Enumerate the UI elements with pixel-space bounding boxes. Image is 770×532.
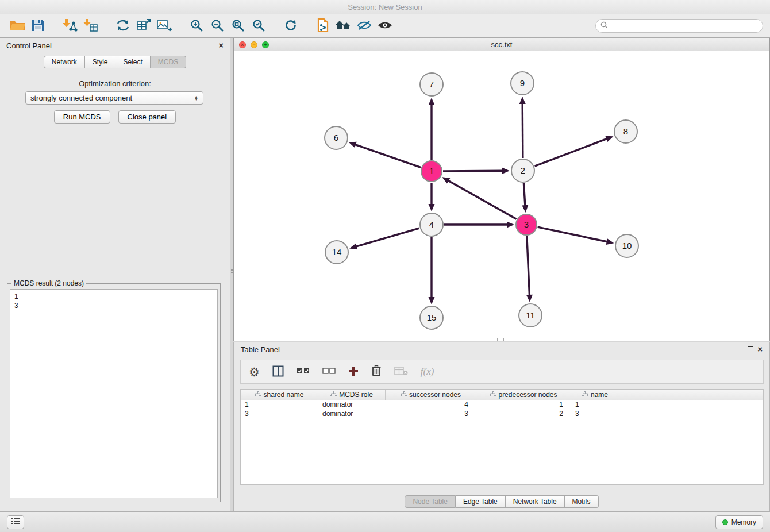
node-label-3: 3: [524, 219, 529, 229]
criterion-select[interactable]: strongly connected component ▲▼: [25, 91, 203, 105]
control-panel: Control Panel × NetworkStyleSelectMCDS O…: [0, 38, 230, 511]
close-panel-button[interactable]: Close panel: [118, 110, 176, 124]
open-folder-icon: [9, 19, 25, 33]
function-builder-button: f(x): [421, 363, 434, 380]
table-cell[interactable]: 3: [571, 410, 619, 419]
column-header-shared-name[interactable]: shared name: [241, 390, 318, 400]
search-input[interactable]: [611, 22, 758, 30]
edge-3-11[interactable]: [527, 236, 530, 295]
import-network-button[interactable]: [60, 16, 80, 36]
unselect-all-button[interactable]: [322, 363, 336, 380]
node-label-6: 6: [334, 133, 338, 142]
select-all-button[interactable]: [297, 363, 310, 380]
delete-table-icon: [394, 366, 408, 378]
edge-arrowhead: [429, 297, 435, 304]
tab-select[interactable]: Select: [116, 56, 151, 68]
show-columns-button[interactable]: [272, 363, 284, 380]
column-header-mcds-role[interactable]: MCDS role: [318, 390, 386, 400]
table-row[interactable]: 3dominator323: [241, 410, 763, 419]
mcds-result-list[interactable]: 13: [10, 289, 218, 498]
column-header-label: predecessor nodes: [498, 391, 557, 399]
open-network-file-button[interactable]: [313, 16, 333, 36]
zoom-out-button[interactable]: [207, 16, 228, 36]
control-panel-float-button[interactable]: [209, 43, 214, 48]
share-network-button[interactable]: [113, 16, 133, 36]
tab-network-table[interactable]: Network Table: [506, 495, 565, 508]
delete-column-button[interactable]: [371, 363, 382, 380]
column-header-successor-nodes[interactable]: successor nodes: [386, 390, 476, 400]
edge-arrowhead: [502, 168, 510, 174]
checked-boxes-icon: [297, 367, 310, 377]
table-cell[interactable]: dominator: [318, 410, 386, 419]
houses-icon: [335, 19, 352, 33]
graphics-details-button[interactable]: [354, 16, 375, 36]
edge-3-10[interactable]: [538, 227, 607, 242]
tab-motifs[interactable]: Motifs: [565, 495, 599, 508]
column-sort-icon: [401, 391, 407, 399]
node-label-2: 2: [521, 165, 525, 175]
edge-3-1[interactable]: [448, 180, 517, 219]
import-table-button[interactable]: [80, 16, 101, 36]
memory-status-dot: [722, 519, 728, 525]
table-panel: Table Panel × ⚙ f(x) shared nameMCDS rol…: [233, 342, 770, 511]
add-column-button[interactable]: [348, 363, 359, 380]
mcds-result-title: MCDS result (2 nodes): [11, 279, 86, 287]
edge-1-6[interactable]: [355, 145, 421, 168]
memory-button[interactable]: Memory: [715, 515, 763, 529]
edge-2-3[interactable]: [523, 183, 525, 206]
zoom-in-button[interactable]: [186, 16, 207, 36]
table-cell[interactable]: 2: [476, 410, 571, 419]
tab-node-table[interactable]: Node Table: [405, 495, 456, 508]
apply-layout-button[interactable]: [280, 16, 301, 36]
save-session-button[interactable]: [28, 16, 48, 36]
table-row[interactable]: 1dominator411: [241, 400, 763, 410]
node-label-9: 9: [520, 78, 525, 88]
export-image-button[interactable]: [154, 16, 175, 36]
search-box[interactable]: [595, 19, 763, 33]
zoom-window-button[interactable]: +: [262, 41, 269, 48]
tab-edge-table[interactable]: Edge Table: [456, 495, 506, 508]
edge-4-14[interactable]: [356, 228, 419, 246]
column-sort-icon: [582, 391, 588, 399]
edge-1-2[interactable]: [443, 171, 503, 171]
network-window: × − + scc.txt 7968124314101511: [233, 38, 770, 341]
run-mcds-button[interactable]: Run MCDS: [54, 110, 110, 124]
table-cell[interactable]: 3: [241, 410, 318, 419]
table-cell[interactable]: dominator: [318, 400, 386, 410]
show-hide-button[interactable]: [375, 16, 395, 36]
home-network-button[interactable]: [333, 16, 354, 36]
table-cell[interactable]: 4: [386, 400, 476, 410]
table-panel-close-button[interactable]: ×: [757, 346, 763, 352]
zoom-selected-button[interactable]: [248, 16, 269, 36]
columns-icon: [272, 365, 284, 379]
table-body: 1dominator4113dominator323: [241, 400, 763, 419]
column-sort-icon: [255, 391, 261, 399]
edge-arrowhead: [522, 205, 528, 213]
table-panel-float-button[interactable]: [748, 346, 753, 352]
close-window-button[interactable]: ×: [239, 41, 246, 48]
table-cell[interactable]: 1: [571, 400, 619, 410]
tab-mcds[interactable]: MCDS: [151, 56, 186, 68]
list-icon: [11, 518, 20, 526]
mcds-result-group: MCDS result (2 nodes) 13: [7, 283, 221, 502]
open-session-button[interactable]: [7, 16, 28, 36]
edge-2-8[interactable]: [535, 138, 607, 166]
edge-2-9[interactable]: [522, 103, 523, 158]
tab-network[interactable]: Network: [44, 56, 85, 68]
tab-style[interactable]: Style: [85, 56, 116, 68]
zoom-fit-button[interactable]: [228, 16, 248, 36]
table-cell[interactable]: 3: [386, 410, 476, 419]
table-settings-button[interactable]: ⚙: [249, 363, 260, 380]
import-network-icon: [63, 18, 78, 34]
minimize-window-button[interactable]: −: [251, 41, 257, 48]
network-canvas[interactable]: 7968124314101511: [234, 51, 769, 341]
column-header-name[interactable]: name: [571, 390, 619, 400]
control-panel-close-button[interactable]: ×: [218, 43, 224, 48]
table-cell[interactable]: 1: [241, 400, 318, 410]
network-splitter-handle[interactable]: [497, 338, 504, 341]
network-table-button[interactable]: [133, 16, 154, 36]
plus-icon: [348, 366, 359, 378]
panel-toggle-button[interactable]: [7, 515, 24, 529]
table-cell[interactable]: 1: [476, 400, 571, 410]
column-header-predecessor-nodes[interactable]: predecessor nodes: [476, 390, 571, 400]
